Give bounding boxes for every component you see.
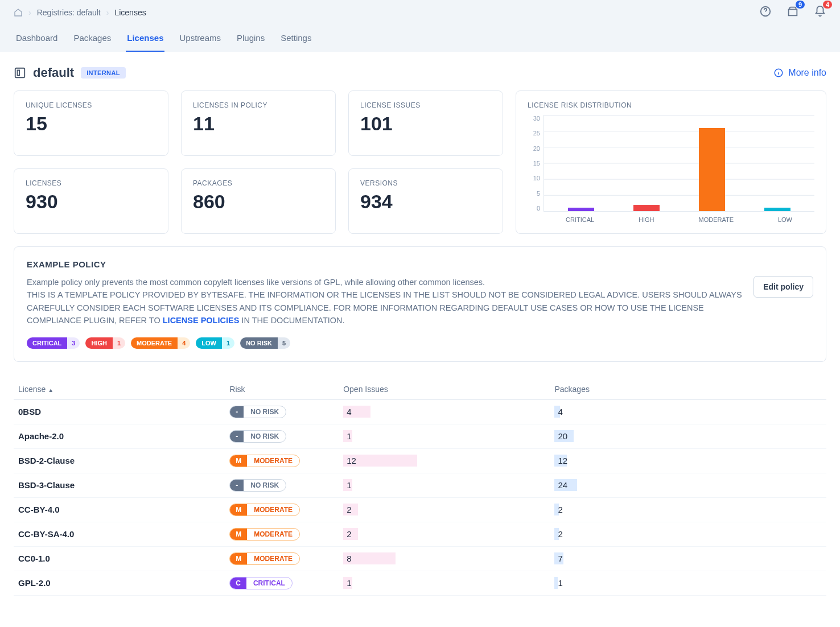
bell-icon[interactable]: 4 [814,5,826,20]
badge-count: 4 [823,1,832,9]
tab-upstreams[interactable]: Upstreams [178,25,222,52]
open-issues-value: 1 [343,430,360,442]
risk-pill: MMODERATE [229,552,300,565]
risk-pill: -NO RISK [229,430,286,443]
stat-packages: PACKAGES 860 [181,168,336,234]
open-issues-value: 1 [343,479,360,491]
license-table: License ▲ Risk Open Issues Packages 0BSD… [14,379,826,596]
table-row[interactable]: Apache-2.0 -NO RISK 1 20 [14,424,826,448]
open-issues-value: 8 [343,552,360,564]
open-issues-value: 4 [343,406,360,418]
table-row[interactable]: 0BSD -NO RISK 4 4 [14,399,826,424]
sort-asc-icon: ▲ [48,387,53,393]
breadcrumb-current: Licenses [114,8,146,17]
table-row[interactable]: CC-BY-SA-4.0 MMODERATE 2 2 [14,522,826,546]
license-name: CC-BY-SA-4.0 [14,522,225,546]
packages-value: 4 [554,406,571,418]
tab-settings[interactable]: Settings [279,25,312,52]
table-row[interactable]: BSD-3-Clause -NO RISK 1 24 [14,473,826,497]
risk-pill: CCRITICAL [229,577,293,589]
chip-low[interactable]: LOW1 [196,337,234,349]
tab-licenses[interactable]: Licenses [126,25,164,52]
chart-bar[interactable] [568,208,594,211]
packages-value: 2 [554,528,571,540]
home-icon[interactable] [14,8,23,17]
packages-value: 12 [554,455,571,467]
badge-count: 9 [796,1,805,9]
open-issues-value: 2 [343,528,360,540]
packages-value: 20 [554,430,571,442]
risk-pill: MMODERATE [229,455,300,467]
internal-badge: INTERNAL [81,67,126,79]
registry-icon [14,67,26,79]
chip-critical[interactable]: CRITICAL3 [27,337,80,349]
col-risk[interactable]: Risk [225,379,339,400]
packages-value: 2 [554,504,571,515]
info-icon [773,68,784,78]
open-issues-value: 1 [343,577,360,589]
packages-value: 24 [554,479,571,491]
tabs: Dashboard Packages Licenses Upstreams Pl… [14,25,826,52]
license-name: CC0-1.0 [14,546,225,571]
packages-value: 1 [554,577,571,589]
stat-licenses-in-policy: LICENSES IN POLICY 11 [181,90,336,156]
chip-high[interactable]: HIGH1 [85,337,125,349]
help-icon[interactable] [759,5,772,20]
policy-card: EXAMPLE POLICY Example policy only preve… [14,246,826,362]
more-info-link[interactable]: More info [773,68,826,78]
chart-bar[interactable] [764,208,790,211]
risk-pill: -NO RISK [229,479,286,492]
license-name: BSD-3-Clause [14,473,225,497]
tab-packages[interactable]: Packages [72,25,112,52]
open-issues-value: 2 [343,504,360,515]
table-row[interactable]: CC0-1.0 MMODERATE 8 7 [14,546,826,571]
open-issues-value: 12 [343,455,360,467]
chart-bar[interactable] [699,128,725,211]
edit-policy-button[interactable]: Edit policy [753,276,813,298]
col-packages[interactable]: Packages [550,379,826,400]
package-updates-icon[interactable]: 9 [787,5,799,20]
chip-norisk[interactable]: NO RISK5 [240,337,290,349]
page-title: default [33,65,74,80]
breadcrumb-registries[interactable]: Registries: default [37,8,101,17]
license-name: CC-BY-4.0 [14,497,225,522]
license-name: 0BSD [14,399,225,424]
breadcrumb: › Registries: default › Licenses [14,8,146,17]
license-name: Apache-2.0 [14,424,225,448]
stat-versions: VERSIONS 934 [348,168,503,234]
chevron-right-icon: › [106,8,109,17]
license-name: GPL-2.0 [14,571,225,595]
chart-license-risk: LICENSE RISK DISTRIBUTION 302520151050 C… [516,90,826,234]
risk-pill: MMODERATE [229,504,300,516]
packages-value: 7 [554,552,571,564]
policy-description: Example policy only prevents the most co… [27,276,742,327]
col-license[interactable]: License ▲ [14,379,225,400]
chart-bar[interactable] [633,205,660,211]
table-row[interactable]: GPL-2.0 CCRITICAL 1 1 [14,571,826,595]
chevron-right-icon: › [28,8,31,17]
table-row[interactable]: CC-BY-4.0 MMODERATE 2 2 [14,497,826,522]
stat-licenses: LICENSES 930 [14,168,168,234]
risk-pill: MMODERATE [229,528,300,541]
tab-dashboard[interactable]: Dashboard [15,25,59,52]
table-row[interactable]: BSD-2-Clause MMODERATE 12 12 [14,448,826,473]
chip-moderate[interactable]: MODERATE4 [131,337,190,349]
license-policies-link[interactable]: LICENSE POLICIES [163,316,240,325]
stat-unique-licenses: UNIQUE LICENSES 15 [14,90,168,156]
license-name: BSD-2-Clause [14,448,225,473]
risk-pill: -NO RISK [229,406,286,418]
stat-license-issues: LICENSE ISSUES 101 [348,90,503,156]
tab-plugins[interactable]: Plugins [236,25,266,52]
policy-title: EXAMPLE POLICY [27,259,813,269]
col-open-issues[interactable]: Open Issues [339,379,550,400]
svg-rect-2 [17,70,19,75]
